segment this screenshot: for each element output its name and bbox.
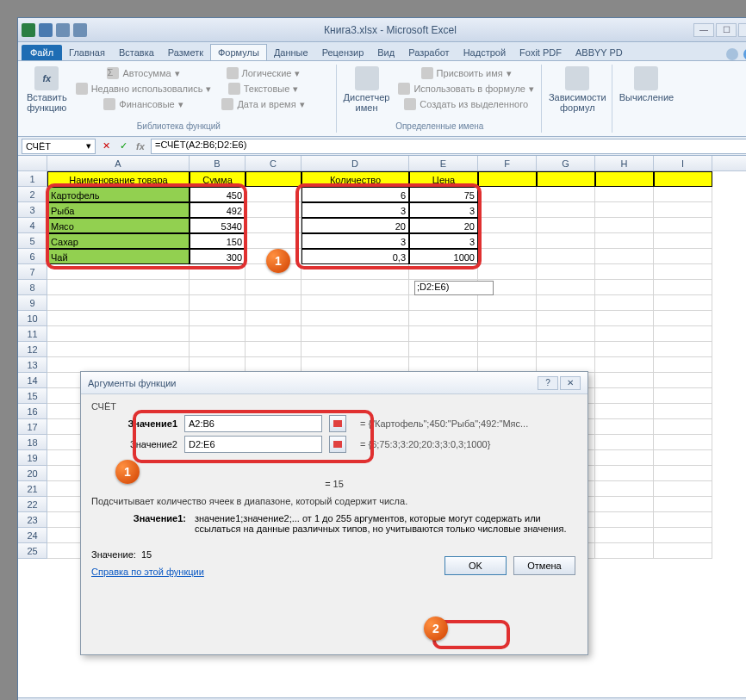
autosum-button[interactable]: ΣАвтосумма ▾: [105, 66, 181, 80]
cell[interactable]: [595, 404, 654, 419]
help-link[interactable]: Справка по этой функции: [91, 567, 204, 577]
dialog-help-button[interactable]: ?: [538, 376, 558, 390]
cell[interactable]: [47, 295, 190, 311]
cell[interactable]: [246, 218, 302, 233]
cell[interactable]: [595, 264, 654, 280]
row-header[interactable]: 17: [18, 419, 47, 435]
cell[interactable]: [654, 512, 712, 528]
cell[interactable]: [654, 543, 712, 559]
tab-layout[interactable]: Разметк: [161, 45, 210, 60]
cell[interactable]: Цена: [409, 171, 478, 187]
cell[interactable]: 20: [409, 218, 478, 233]
tab-addins[interactable]: Надстрой: [457, 45, 513, 60]
fx-button[interactable]: fx: [134, 139, 147, 153]
cell[interactable]: 5340: [190, 218, 246, 233]
arg2-input[interactable]: [184, 436, 322, 453]
calculation-button[interactable]: Вычисление: [619, 66, 675, 131]
cell[interactable]: [537, 295, 595, 311]
cell[interactable]: [478, 202, 537, 218]
cell[interactable]: 6: [302, 187, 409, 202]
cell[interactable]: [47, 280, 190, 295]
cell[interactable]: 300: [190, 249, 246, 264]
cell[interactable]: 3: [302, 233, 409, 249]
cell[interactable]: [190, 280, 246, 295]
cell[interactable]: [654, 187, 712, 202]
save-icon[interactable]: [39, 23, 53, 37]
row-header[interactable]: 3: [18, 202, 47, 218]
minimize-ribbon-icon[interactable]: [726, 48, 738, 60]
cell[interactable]: [190, 342, 246, 357]
row-header[interactable]: 18: [18, 435, 47, 450]
row-header[interactable]: 23: [18, 512, 47, 528]
recent-button[interactable]: Недавно использовались ▾: [74, 82, 214, 96]
cell[interactable]: [246, 187, 302, 202]
col-header-g[interactable]: G: [537, 156, 595, 170]
tab-view[interactable]: Вид: [370, 45, 401, 60]
cell[interactable]: [595, 435, 654, 450]
cancel-button[interactable]: Отмена: [513, 556, 575, 575]
cell[interactable]: [654, 481, 712, 497]
cell[interactable]: [478, 264, 537, 280]
row-header[interactable]: 15: [18, 388, 47, 404]
cell[interactable]: [654, 342, 712, 357]
cell[interactable]: [654, 450, 712, 466]
row-header[interactable]: 5: [18, 233, 47, 249]
cell[interactable]: [595, 295, 654, 311]
maximize-button[interactable]: ☐: [716, 23, 737, 37]
more-functions-icon[interactable]: [314, 66, 331, 109]
cell[interactable]: 3: [409, 202, 478, 218]
col-header-e[interactable]: E: [409, 156, 478, 170]
cell[interactable]: [190, 311, 246, 326]
cell[interactable]: [595, 512, 654, 528]
row-header[interactable]: 8: [18, 280, 47, 295]
undo-icon[interactable]: [56, 23, 70, 37]
cell[interactable]: [409, 326, 478, 342]
row-header[interactable]: 9: [18, 295, 47, 311]
name-box[interactable]: СЧЁТ▾: [22, 139, 96, 154]
minimize-button[interactable]: —: [693, 23, 714, 37]
dialog-close-button[interactable]: ✕: [560, 376, 581, 390]
cell[interactable]: [478, 218, 537, 233]
cell[interactable]: [246, 295, 302, 311]
cell[interactable]: [302, 295, 409, 311]
formula-input[interactable]: =СЧЁТ(A2:B6;D2:E6): [151, 139, 746, 154]
row-header[interactable]: 16: [18, 404, 47, 419]
insert-function-button[interactable]: fx Вставить функцию: [27, 66, 67, 121]
tab-formulas[interactable]: Формулы: [210, 44, 267, 60]
tab-foxit[interactable]: Foxit PDF: [513, 45, 569, 60]
cell-e8-editing[interactable]: ;D2:E6): [414, 281, 494, 295]
cell[interactable]: [654, 435, 712, 450]
cell[interactable]: [478, 342, 537, 357]
cell[interactable]: [595, 218, 654, 233]
cell[interactable]: [246, 233, 302, 249]
tab-data[interactable]: Данные: [267, 45, 315, 60]
cell[interactable]: [478, 311, 537, 326]
row-header[interactable]: 1: [18, 171, 47, 187]
col-header-a[interactable]: A: [47, 156, 190, 170]
cell[interactable]: [190, 264, 246, 280]
cell[interactable]: [654, 202, 712, 218]
cell[interactable]: [537, 171, 595, 187]
cell[interactable]: [595, 342, 654, 357]
cell[interactable]: [537, 264, 595, 280]
cell[interactable]: [537, 218, 595, 233]
arg2-range-selector[interactable]: [329, 436, 346, 453]
enter-formula-button[interactable]: ✓: [116, 139, 130, 153]
col-header-d[interactable]: D: [302, 156, 409, 170]
create-from-selection-button[interactable]: Создать из выделенного: [402, 97, 530, 111]
cell[interactable]: [654, 218, 712, 233]
cell[interactable]: [246, 342, 302, 357]
cell[interactable]: 0,3: [302, 249, 409, 264]
cell[interactable]: [595, 388, 654, 404]
cell[interactable]: [595, 171, 654, 187]
file-tab[interactable]: Файл: [22, 45, 62, 60]
tab-abbyy[interactable]: ABBYY PD: [569, 45, 630, 60]
cell[interactable]: [595, 466, 654, 481]
cell[interactable]: [595, 249, 654, 264]
cell[interactable]: 3: [409, 233, 478, 249]
row-header[interactable]: 10: [18, 311, 47, 326]
cell[interactable]: [654, 497, 712, 512]
row-header[interactable]: 21: [18, 481, 47, 497]
cell[interactable]: [47, 342, 190, 357]
cell[interactable]: 450: [190, 187, 246, 202]
